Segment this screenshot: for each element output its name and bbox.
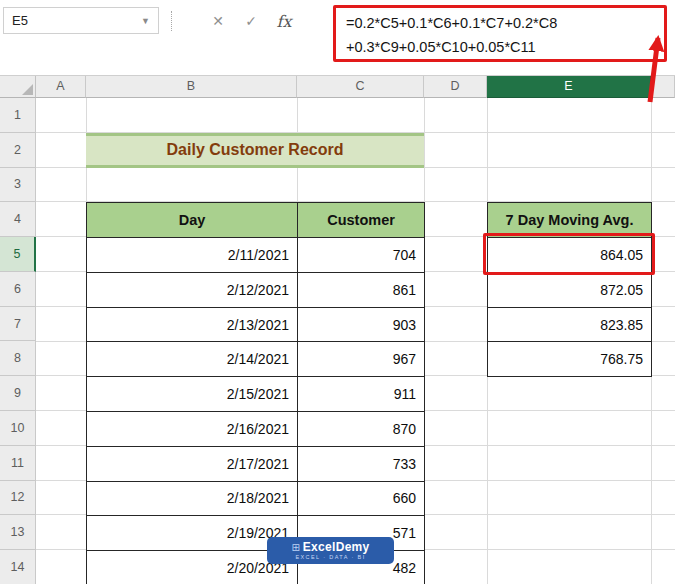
row-headers: 1 2 3 4 5 6 7 8 9 10 11 12 13 14 [0, 98, 36, 584]
day-cell[interactable]: 2/16/2021 [87, 412, 298, 447]
formula-input[interactable]: =0.2*C5+0.1*C6+0.1*C7+0.2*C8 +0.3*C9+0.0… [333, 5, 667, 62]
customer-cell[interactable]: 733 [298, 447, 425, 482]
row-header-4[interactable]: 4 [0, 202, 36, 237]
formula-bar-divider [171, 11, 172, 31]
row-header-3[interactable]: 3 [0, 168, 36, 203]
row-header-8[interactable]: 8 [0, 341, 36, 376]
row-header-7[interactable]: 7 [0, 307, 36, 342]
column-header-B[interactable]: B [86, 76, 297, 98]
select-all-button[interactable] [0, 76, 36, 98]
moving-avg-cell-e7[interactable]: 823.85 [488, 308, 652, 343]
moving-avg-cell-e8[interactable]: 768.75 [488, 342, 652, 377]
exceldemy-watermark: ⊞ ExcelDemy EXCEL · DATA · BI [267, 537, 394, 564]
day-header-cell[interactable]: Day [87, 203, 298, 238]
moving-avg-header-cell[interactable]: 7 Day Moving Avg. [488, 203, 652, 238]
customer-header-cell[interactable]: Customer [298, 203, 425, 238]
sheet-title-cell[interactable]: Daily Customer Record [86, 133, 424, 168]
watermark-brand: ExcelDemy [303, 541, 370, 554]
row-header-1[interactable]: 1 [0, 98, 36, 133]
customer-cell[interactable]: 870 [298, 412, 425, 447]
formula-line-2: +0.3*C9+0.05*C10+0.05*C11 [346, 35, 660, 59]
column-header-A[interactable]: A [36, 76, 86, 98]
cancel-icon[interactable]: ✕ [204, 8, 232, 34]
day-cell[interactable]: 2/14/2021 [87, 342, 298, 377]
exceldemy-logo-icon: ⊞ [291, 541, 299, 554]
customer-cell[interactable]: 704 [298, 238, 425, 273]
row-header-14[interactable]: 14 [0, 550, 36, 584]
formula-line-1: =0.2*C5+0.1*C6+0.1*C7+0.2*C8 [346, 11, 660, 35]
worksheet: A B C D E 1 2 3 4 5 6 7 8 9 10 11 12 13 … [0, 75, 675, 584]
moving-avg-table: 7 Day Moving Avg. 864.05 872.05 823.85 7… [487, 202, 652, 377]
customer-cell[interactable]: 967 [298, 342, 425, 377]
day-cell[interactable]: 2/12/2021 [87, 273, 298, 308]
customer-cell[interactable]: 911 [298, 377, 425, 412]
row-header-5[interactable]: 5 [0, 237, 36, 272]
row-header-10[interactable]: 10 [0, 411, 36, 446]
row-header-2[interactable]: 2 [0, 133, 36, 168]
row-header-11[interactable]: 11 [0, 446, 36, 481]
customer-cell[interactable]: 660 [298, 482, 425, 517]
day-cell[interactable]: 2/15/2021 [87, 377, 298, 412]
row-header-9[interactable]: 9 [0, 376, 36, 411]
day-cell[interactable]: 2/13/2021 [87, 308, 298, 343]
row-header-12[interactable]: 12 [0, 481, 36, 516]
name-box-value: E5 [12, 13, 28, 28]
customer-table: Day Customer 2/11/2021 704 2/12/2021 861… [86, 202, 425, 584]
column-header-D[interactable]: D [424, 76, 487, 98]
day-cell[interactable]: 2/17/2021 [87, 447, 298, 482]
column-header-partial [651, 76, 675, 98]
insert-function-button[interactable]: fx [270, 8, 298, 34]
moving-avg-cell-e6[interactable]: 872.05 [488, 273, 652, 308]
column-headers: A B C D E [36, 76, 675, 98]
formula-bar: E5 ▼ ✕ ✓ fx =0.2*C5+0.1*C6+0.1*C7+0.2*C8… [0, 0, 675, 75]
enter-icon[interactable]: ✓ [237, 8, 265, 34]
row-header-13[interactable]: 13 [0, 515, 36, 550]
day-cell[interactable]: 2/11/2021 [87, 238, 298, 273]
name-box[interactable]: E5 ▼ [3, 7, 159, 34]
customer-cell[interactable]: 861 [298, 273, 425, 308]
watermark-tagline: EXCEL · DATA · BI [295, 554, 365, 561]
moving-avg-cell-e5[interactable]: 864.05 [488, 238, 652, 273]
name-box-dropdown-icon[interactable]: ▼ [141, 16, 150, 26]
excel-window: E5 ▼ ✕ ✓ fx =0.2*C5+0.1*C6+0.1*C7+0.2*C8… [0, 0, 675, 584]
row-header-6[interactable]: 6 [0, 272, 36, 307]
day-cell[interactable]: 2/18/2021 [87, 482, 298, 517]
column-header-E[interactable]: E [487, 76, 651, 98]
column-header-C[interactable]: C [297, 76, 424, 98]
cells-area: Daily Customer Record Day Customer 2/11/… [36, 98, 675, 584]
customer-cell[interactable]: 903 [298, 308, 425, 343]
